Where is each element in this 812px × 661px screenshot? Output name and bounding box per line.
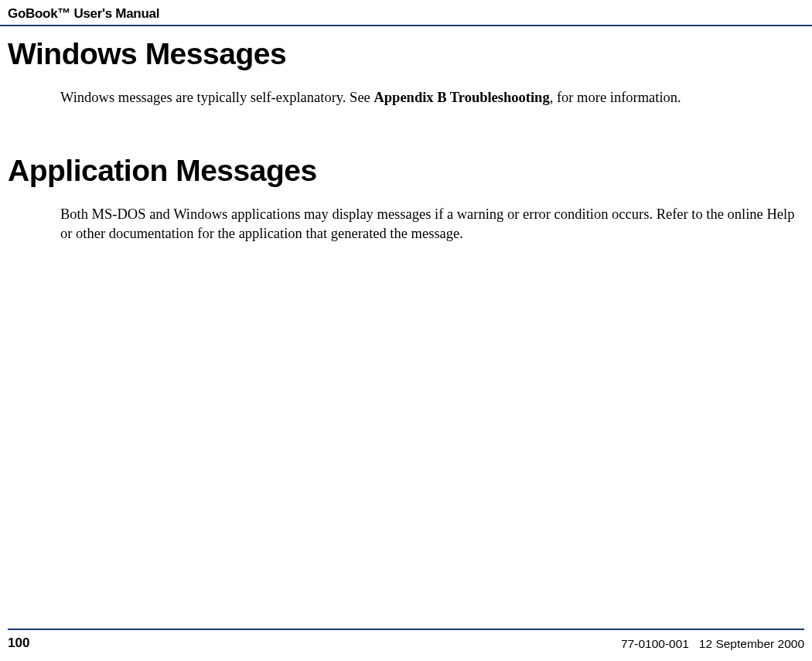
heading-windows-messages: Windows Messages xyxy=(8,37,804,71)
page-number: 100 xyxy=(8,635,29,651)
running-title: GoBook™ User's Manual xyxy=(8,6,804,22)
footer-rule xyxy=(8,629,804,630)
page-content: Windows Messages Windows messages are ty… xyxy=(0,37,812,244)
document-id: 77-0100-001 xyxy=(621,637,689,650)
page-footer: 100 77-0100-001 12 September 2000 xyxy=(0,635,812,651)
document-date: 12 September 2000 xyxy=(699,637,804,650)
paragraph-text-suffix: , for more information. xyxy=(550,90,681,105)
appendix-reference: Appendix B Troubleshooting xyxy=(374,90,549,105)
paragraph-windows-messages: Windows messages are typically self-expl… xyxy=(8,88,804,107)
paragraph-text-prefix: Windows messages are typically self-expl… xyxy=(60,90,374,105)
page-header: GoBook™ User's Manual xyxy=(0,0,812,26)
heading-application-messages: Application Messages xyxy=(8,154,804,188)
document-meta: 77-0100-001 12 September 2000 xyxy=(621,637,804,651)
paragraph-application-messages: Both MS-DOS and Windows applications may… xyxy=(8,205,804,244)
